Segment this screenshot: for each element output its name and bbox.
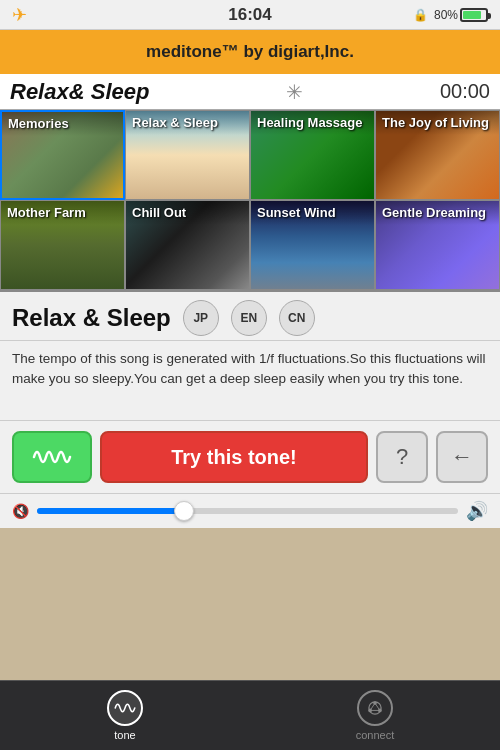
volume-slider-thumb[interactable] [174, 501, 194, 521]
cell-label-relax: Relax & Sleep [126, 111, 249, 135]
cell-label-memories: Memories [2, 112, 123, 136]
mute-icon: 🔇 [12, 503, 29, 519]
lock-icon: 🔒 [413, 8, 428, 22]
volume-slider-track[interactable] [37, 508, 458, 514]
volume-loud-icon: 🔊 [466, 500, 488, 522]
grid-cell-joy-of-living[interactable]: The Joy of Living [375, 110, 500, 200]
status-left: ✈ [12, 4, 27, 26]
tone-wave-icon [114, 697, 136, 719]
battery-bar [460, 8, 488, 22]
cell-label-sunset: Sunset Wind [251, 201, 374, 225]
app-title: meditone™ by digiart,Inc. [146, 42, 354, 62]
cell-label-gentle: Gentle Dreaming [376, 201, 499, 225]
controls-bar: Try this tone! ? ← [0, 421, 500, 493]
battery-percent: 80% [434, 8, 458, 22]
try-tone-button[interactable]: Try this tone! [100, 431, 368, 483]
relax-sleep-title: Relax& Sleep [10, 79, 149, 105]
wave-icon [32, 442, 72, 472]
volume-slider-fill [37, 508, 184, 514]
grid-cell-mother-farm[interactable]: Mother Farm [0, 200, 125, 290]
lang-button-cn[interactable]: CN [279, 300, 315, 336]
connect-share-icon [364, 697, 386, 719]
bottom-area [0, 528, 500, 618]
grid-cell-memories[interactable]: Memories [0, 110, 125, 200]
tab-tone-label: tone [114, 729, 135, 741]
grid-cell-healing-massage[interactable]: Healing Massage [250, 110, 375, 200]
status-bar: ✈ 16:04 🔒 80% [0, 0, 500, 30]
relax-sleep-bar: Relax& Sleep ✳ 00:00 [0, 74, 500, 110]
back-icon: ← [451, 444, 473, 470]
battery-fill [463, 11, 481, 19]
cell-label-joy: The Joy of Living [376, 111, 499, 135]
cell-label-healing: Healing Massage [251, 111, 374, 135]
tab-connect-label: connect [356, 729, 395, 741]
status-time: 16:04 [228, 5, 271, 25]
tab-bar: tone connect [0, 680, 500, 750]
try-tone-label: Try this tone! [171, 446, 297, 469]
help-button[interactable]: ? [376, 431, 428, 483]
play-button[interactable] [12, 431, 92, 483]
battery-indicator: 80% [434, 8, 488, 22]
tab-tone[interactable]: tone [0, 690, 250, 741]
song-grid: Memories Relax & Sleep Healing Massage T… [0, 110, 500, 292]
tab-tone-icon-circle [107, 690, 143, 726]
cell-label-chillout: Chill Out [126, 201, 249, 225]
timer-display: 00:00 [440, 80, 490, 103]
cell-label-motherfarm: Mother Farm [1, 201, 124, 225]
track-name: Relax & Sleep [12, 304, 171, 332]
grid-cell-relax-sleep[interactable]: Relax & Sleep [125, 110, 250, 200]
app-header: meditone™ by digiart,Inc. [0, 30, 500, 74]
grid-cell-gentle-dreaming[interactable]: Gentle Dreaming [375, 200, 500, 290]
track-info-bar: Relax & Sleep JP EN CN [0, 292, 500, 341]
lang-button-jp[interactable]: JP [183, 300, 219, 336]
help-icon: ? [396, 444, 408, 470]
airplane-icon: ✈ [12, 4, 27, 26]
tab-connect[interactable]: connect [250, 690, 500, 741]
grid-cell-chill-out[interactable]: Chill Out [125, 200, 250, 290]
asterisk-icon: ✳ [286, 80, 303, 104]
track-description: The tempo of this song is generated with… [0, 341, 500, 421]
lang-button-en[interactable]: EN [231, 300, 267, 336]
back-button[interactable]: ← [436, 431, 488, 483]
volume-bar: 🔇 🔊 [0, 493, 500, 528]
tab-connect-icon-circle [357, 690, 393, 726]
grid-cell-sunset-wind[interactable]: Sunset Wind [250, 200, 375, 290]
status-right: 🔒 80% [413, 8, 488, 22]
main-content: Relax& Sleep ✳ 00:00 Memories Relax & Sl… [0, 74, 500, 528]
